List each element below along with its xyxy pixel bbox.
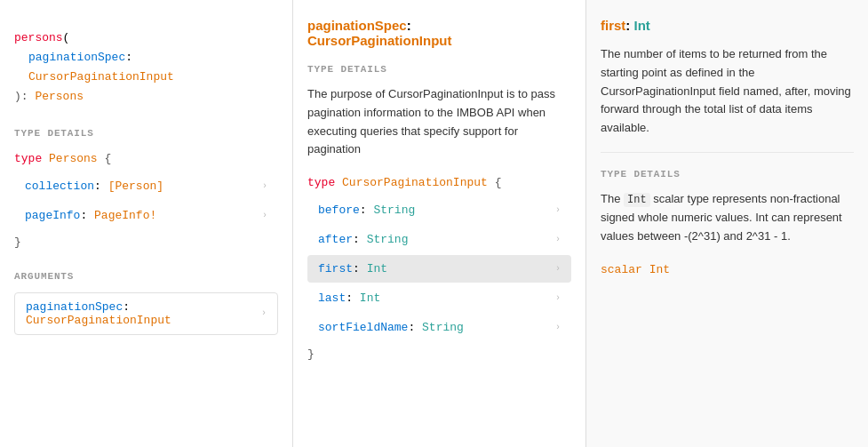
field-row-pageinfo[interactable]: pageInfo: PageInfo! › <box>14 202 278 229</box>
type-name: Persons <box>49 152 98 165</box>
field-pageinfo-colon: : <box>80 209 94 222</box>
mid-type-name: paginationSpec <box>307 18 407 33</box>
right-panel: first: Int The number of items to be ret… <box>586 0 868 447</box>
arg-type: CursorPaginationInput <box>28 70 174 84</box>
mid-brace-close: } <box>307 347 315 361</box>
right-title-type: Int <box>634 18 650 33</box>
field-last-type: Int <box>360 291 380 305</box>
mid-type-details-label: TYPE DETAILS <box>307 64 571 75</box>
right-divider <box>601 152 854 153</box>
mid-colon: : <box>407 18 411 33</box>
chevron-sort-icon: › <box>555 323 561 332</box>
mid-panel: paginationSpec: CursorPaginationInput TY… <box>293 0 586 447</box>
brace-open: { <box>104 152 111 165</box>
field-sort-type: String <box>422 321 464 334</box>
right-scalar-keyword: scalar <box>601 263 642 276</box>
arg-row-paginationspec[interactable]: paginationSpec: CursorPaginationInput › <box>14 292 278 335</box>
mid-brace-open: { <box>495 176 502 189</box>
field-last-name: last <box>318 291 346 305</box>
field-before-name: before <box>318 204 360 217</box>
right-scalar-type: Int <box>649 263 670 276</box>
arg-row-type: CursorPaginationInput <box>26 314 171 327</box>
chevron-collection-icon: › <box>262 181 267 191</box>
field-pageinfo-name: pageInfo <box>25 209 80 222</box>
field-row-sortfieldname[interactable]: sortFieldName: String › <box>307 314 571 341</box>
field-collection-colon: : <box>94 180 108 193</box>
left-panel: persons( paginationSpec: CursorPaginatio… <box>0 0 293 447</box>
mid-type-link: CursorPaginationInput <box>307 33 452 48</box>
right-type-details-label: TYPE DETAILS <box>601 169 854 180</box>
right-desc2-pre: The <box>601 192 624 205</box>
arg-name: paginationSpec <box>28 51 125 64</box>
right-description2: The Int scalar type represents non-fract… <box>601 190 854 246</box>
mid-type-definition: type CursorPaginationInput { before: Str… <box>307 173 571 364</box>
field-row-collection[interactable]: collection: [Person] › <box>14 172 278 200</box>
field-row-after[interactable]: after: String › <box>307 226 571 253</box>
field-sort-name: sortFieldName <box>318 321 408 334</box>
field-collection-name: collection <box>25 180 94 193</box>
field-after-type: String <box>367 233 409 246</box>
type-definition: type Persons { collection: [Person] › pa… <box>14 149 278 252</box>
type-keyword: type <box>14 152 42 165</box>
chevron-last-icon: › <box>555 293 561 303</box>
field-first-type: Int <box>367 262 387 275</box>
field-pageinfo-type: PageInfo! <box>94 209 156 222</box>
right-heading: first: Int <box>601 18 854 33</box>
return-type: Persons <box>35 90 84 103</box>
paren-open: ( <box>63 31 70 44</box>
brace-close: } <box>14 235 21 249</box>
left-arguments-label: ARGUMENTS <box>14 271 278 282</box>
field-collection-type: [Person] <box>108 180 163 193</box>
left-type-details-label: TYPE DETAILS <box>14 128 278 139</box>
right-title-colon: : <box>625 18 633 33</box>
chevron-arg-icon: › <box>261 308 267 318</box>
arg-colon: : <box>125 51 132 64</box>
mid-description: The purpose of CursorPaginationInput is … <box>307 85 571 159</box>
query-name: persons <box>14 31 63 44</box>
field-first-name: first <box>318 262 353 275</box>
field-after-name: after <box>318 233 353 246</box>
query-signature: persons( paginationSpec: CursorPaginatio… <box>14 28 278 107</box>
field-row-first[interactable]: first: Int › <box>307 255 571 283</box>
right-description1: The number of items to be returned from … <box>601 45 854 138</box>
mid-heading: paginationSpec: CursorPaginationInput <box>307 18 571 48</box>
mid-type-keyword: type <box>307 176 335 189</box>
field-row-before[interactable]: before: String › <box>307 196 571 224</box>
right-title-field: first <box>601 18 625 33</box>
return-prefix: ): <box>14 90 35 103</box>
field-row-last[interactable]: last: Int › <box>307 284 571 312</box>
chevron-before-icon: › <box>555 205 561 215</box>
arg-row-name: paginationSpec <box>26 300 123 314</box>
chevron-first-icon: › <box>555 264 561 274</box>
field-before-type: String <box>373 204 415 217</box>
chevron-pageinfo-icon: › <box>262 211 267 220</box>
mid-type-def-name: CursorPaginationInput <box>342 176 488 189</box>
chevron-after-icon: › <box>555 235 561 244</box>
right-desc2-code: Int <box>624 193 650 207</box>
arg-row-colon: : <box>123 300 130 314</box>
